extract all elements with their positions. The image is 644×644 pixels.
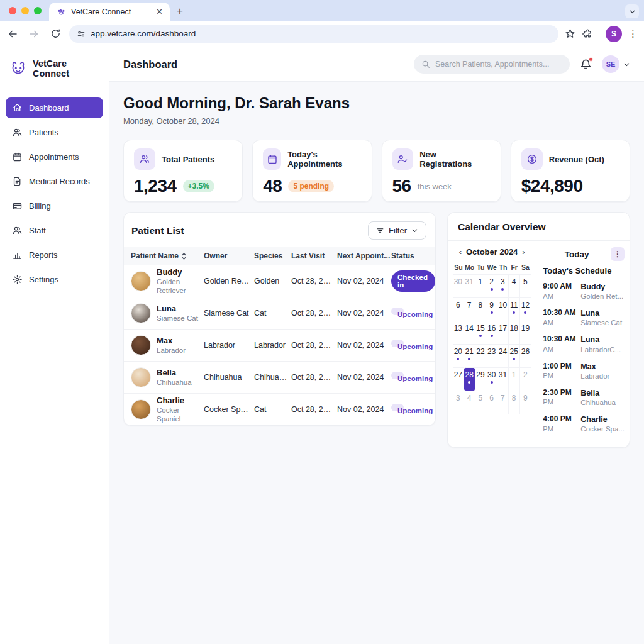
sidebar-item-staff[interactable]: Staff [6, 220, 103, 241]
calendar-day[interactable]: 22 [475, 344, 487, 367]
event-dot [468, 358, 470, 360]
calendar-day[interactable]: 14 [464, 321, 475, 344]
sidebar-item-medical-records[interactable]: Medical Records [6, 171, 103, 192]
calendar-day[interactable]: 9 [486, 297, 497, 321]
sidebar-item-settings[interactable]: Settings [6, 269, 103, 290]
reload-icon[interactable] [47, 25, 64, 43]
today-button[interactable]: Today [543, 250, 611, 259]
calendar-day[interactable]: 24 [497, 344, 509, 367]
minimize-window-button[interactable] [21, 7, 29, 14]
schedule-item[interactable]: 1:00 PMPMMaxLabrador [543, 362, 625, 381]
calendar-day[interactable]: 23 [486, 344, 497, 367]
column-header-patient-name[interactable]: Patient Name [131, 252, 204, 260]
calendar-day[interactable]: 31 [464, 274, 475, 297]
table-row[interactable]: LunaSiamese CatSiamese CatCatOct 28, 202… [124, 297, 435, 329]
schedule-item[interactable]: 10:30 AMAMLunaSiamese Cat [543, 308, 625, 328]
schedule-item[interactable]: 9:00 AMAMBuddyGolden Ret... [543, 282, 625, 301]
sidebar-item-dashboard[interactable]: Dashboard [6, 97, 103, 118]
calendar-day[interactable]: 26 [520, 344, 531, 367]
calendar-day[interactable]: 13 [453, 321, 464, 344]
patient-list-panel: Patient List Filter Patient NameOwnerSpe… [123, 212, 436, 426]
sidebar-item-billing[interactable]: Billing [6, 196, 103, 216]
calendar-day[interactable]: 5 [475, 391, 487, 414]
search-input[interactable] [435, 60, 562, 69]
search-input-wrap[interactable] [414, 55, 570, 74]
calendar-day[interactable]: 9 [520, 391, 531, 414]
sidebar-item-label: Patients [29, 128, 58, 137]
browser-menu-icon[interactable]: ⋮ [628, 28, 638, 40]
table-row[interactable]: BellaChihuahuaChihuahuaChihuahuaOct 28, … [124, 361, 435, 393]
next-month-icon[interactable]: › [518, 247, 528, 257]
calendar-day[interactable]: 18 [509, 321, 520, 344]
calendar-day[interactable]: 19 [520, 321, 531, 344]
calendar-day[interactable]: 8 [475, 297, 487, 321]
user-avatar[interactable]: SE [602, 55, 619, 73]
calendar-day[interactable]: 2 [486, 274, 497, 297]
calendar-day-selected[interactable]: 28 [464, 367, 475, 391]
calendar-day[interactable]: 3 [453, 391, 464, 414]
forward-icon[interactable] [25, 25, 43, 43]
calendar-day[interactable]: 1 [509, 367, 520, 391]
sidebar-item-appointments[interactable]: Appointments [6, 147, 103, 167]
calendar-day[interactable]: 5 [520, 274, 531, 297]
calendar-day[interactable]: 31 [497, 367, 509, 391]
calendar-menu-icon[interactable]: ⋮ [611, 247, 625, 261]
calendar-day[interactable]: 8 [509, 391, 520, 414]
calendar-day[interactable]: 7 [497, 391, 509, 414]
user-menu[interactable]: SE [602, 55, 630, 73]
back-icon[interactable] [4, 25, 21, 43]
tab-search-chevron-icon[interactable] [625, 4, 639, 18]
calendar-day[interactable]: 29 [475, 367, 487, 391]
calendar-day[interactable]: 6 [486, 391, 497, 414]
calendar-day[interactable]: 4 [464, 391, 475, 414]
browser-profile-avatar[interactable]: S [606, 26, 622, 42]
calendar-day[interactable]: 27 [453, 367, 464, 391]
day-number: 6 [456, 301, 460, 309]
calendar-day[interactable]: 12 [520, 297, 531, 321]
close-window-button[interactable] [9, 7, 16, 14]
calendar-day[interactable]: 25 [509, 344, 520, 367]
stat-badge: +3.5% [183, 180, 214, 192]
filter-button[interactable]: Filter [368, 221, 426, 240]
calendar-day[interactable]: 1 [475, 274, 487, 297]
day-number: 4 [467, 394, 472, 402]
calendar-day[interactable]: 30 [453, 274, 464, 297]
table-row[interactable]: BuddyGolden RetrieverGolden Retri...Gold… [124, 265, 435, 297]
schedule-item[interactable]: 2:30 PMPMBellaChihuahua [543, 388, 625, 408]
url-bar[interactable]: app.vetcare.com/dashboard [69, 25, 558, 43]
extensions-puzzle-icon[interactable] [582, 28, 592, 39]
site-info-icon[interactable] [77, 30, 86, 38]
calendar-day[interactable]: 11 [509, 297, 520, 321]
calendar-day[interactable]: 15 [475, 321, 487, 344]
calendar-day[interactable]: 7 [464, 297, 475, 321]
bookmark-star-icon[interactable] [565, 28, 575, 39]
status-badge: Upcoming [391, 308, 404, 315]
calendar-day[interactable]: 10 [497, 297, 509, 321]
calendar-day[interactable]: 6 [453, 297, 464, 321]
owner-cell: Cocker Spaniel [204, 405, 254, 414]
calendar-day[interactable]: 2 [520, 367, 531, 391]
calendar-day[interactable]: 3 [497, 274, 509, 297]
prev-month-icon[interactable]: ‹ [455, 247, 465, 257]
schedule-item[interactable]: 10:30 AMAMLunaLabradorC... [543, 335, 625, 354]
event-dot [501, 288, 504, 291]
sidebar-item-patients[interactable]: Patients [6, 122, 103, 143]
zoom-window-button[interactable] [34, 7, 42, 14]
calendar-day[interactable]: 21 [464, 344, 475, 367]
table-row[interactable]: MaxLabradorLabradorLabradorOct 28, 2024N… [124, 329, 435, 361]
patient-breed: Cocker Spaniel [157, 406, 204, 424]
calendar-day[interactable]: 30 [486, 367, 497, 391]
schedule-patient-name: Max [580, 362, 625, 372]
new-tab-button[interactable]: + [177, 5, 183, 18]
calendar-day[interactable]: 4 [509, 274, 520, 297]
calendar-day[interactable]: 17 [497, 321, 509, 344]
schedule-item[interactable]: 4:00 PMPMCharlieCocker Spa... [543, 414, 625, 434]
browser-tab[interactable]: VetCare Connect ✕ [49, 3, 170, 21]
tab-close-icon[interactable]: ✕ [154, 7, 165, 16]
sidebar-item-reports[interactable]: Reports [6, 245, 103, 265]
table-row[interactable]: CharlieCocker SpanielCocker SpanielCatOc… [124, 393, 435, 425]
calendar-day[interactable]: 16 [486, 321, 497, 344]
notifications-bell-icon[interactable] [580, 58, 592, 70]
calendar-day[interactable]: 20 [453, 344, 464, 367]
event-dot [513, 311, 515, 314]
